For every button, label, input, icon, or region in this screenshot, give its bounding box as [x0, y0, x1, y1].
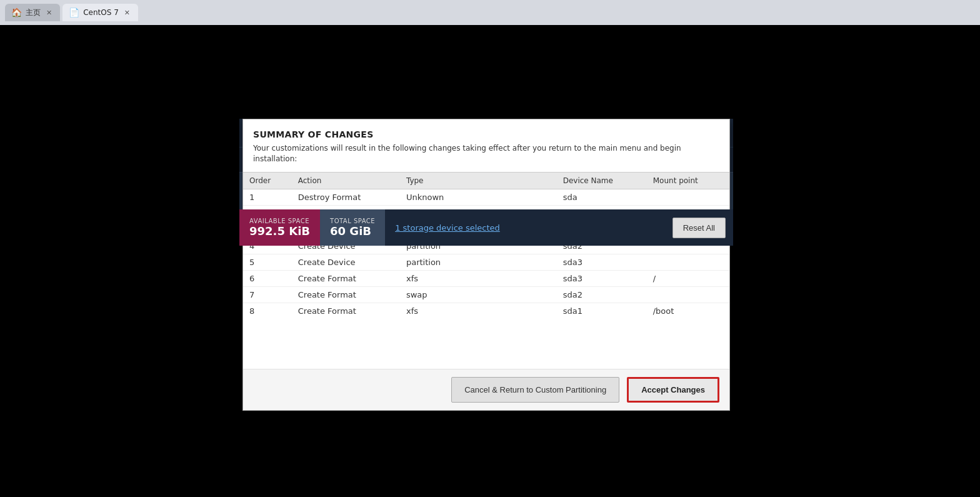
cell-action: Destroy Format [292, 189, 400, 205]
cell-device: sda3 [557, 254, 647, 270]
home-icon: 🏠 [11, 8, 22, 18]
main-area: MANUAL PARTITIONING ⌨ us CENTOS 7 INSTAL… [0, 25, 980, 497]
cell-action: Create Format [292, 303, 400, 319]
cell-order: 5 [243, 254, 292, 270]
cell-type: xfs [400, 303, 557, 319]
table-row: 5Create Devicepartitionsda3 [243, 254, 729, 270]
cell-order: 7 [243, 286, 292, 303]
cell-type: Unknown [400, 189, 557, 205]
total-space-block: TOTAL SPACE 60 GiB [320, 209, 385, 246]
col-type: Type [400, 172, 557, 189]
table-row: 8Create Formatxfssda1/boot [243, 303, 729, 319]
cell-order: 1 [243, 189, 292, 205]
cell-mount [647, 286, 729, 303]
cell-type: xfs [400, 270, 557, 286]
cell-mount: / [647, 270, 729, 286]
tab-centos-close[interactable]: ✕ [122, 8, 132, 18]
cell-device: sda [557, 189, 647, 205]
cell-order: 8 [243, 303, 292, 319]
accept-button[interactable]: Accept Changes [627, 377, 719, 403]
dialog-buttons: Cancel & Return to Custom Partitioning A… [243, 369, 729, 410]
cell-type: swap [400, 286, 557, 303]
dialog-title: SUMMARY OF CHANGES [243, 119, 729, 143]
tab-centos-label: CentOS 7 [83, 8, 119, 17]
total-space-value: 60 GiB [330, 224, 375, 238]
cell-action: Create Format [292, 286, 400, 303]
cell-type: partition [400, 254, 557, 270]
table-row: 7Create Formatswapsda2 [243, 286, 729, 303]
cell-device: sda2 [557, 286, 647, 303]
status-link-area: 1 storage device selected [385, 209, 665, 246]
dialog-description: Your customizations will result in the f… [243, 143, 729, 172]
available-space-value: 992.5 KiB [249, 224, 310, 238]
cell-mount [647, 254, 729, 270]
tab-home[interactable]: 🏠 主页 ✕ [5, 4, 60, 21]
cell-mount: /boot [647, 303, 729, 319]
dialog-spacer [243, 319, 729, 369]
cell-mount [647, 189, 729, 205]
cell-order: 6 [243, 270, 292, 286]
tab-home-close[interactable]: ✕ [44, 8, 54, 18]
col-order: Order [243, 172, 292, 189]
status-bar: AVAILABLE SPACE 992.5 KiB TOTAL SPACE 60… [239, 209, 733, 246]
col-device-name: Device Name [557, 172, 647, 189]
cancel-button[interactable]: Cancel & Return to Custom Partitioning [451, 377, 619, 403]
table-row: 6Create Formatxfssda3/ [243, 270, 729, 286]
summary-dialog: SUMMARY OF CHANGES Your customizations w… [242, 119, 730, 411]
total-space-label: TOTAL SPACE [330, 218, 375, 224]
centos-icon: 📄 [69, 8, 79, 18]
cell-action: Create Format [292, 270, 400, 286]
tab-centos[interactable]: 📄 CentOS 7 ✕ [62, 4, 138, 21]
cell-action: Create Device [292, 254, 400, 270]
cell-device: sda3 [557, 270, 647, 286]
col-action: Action [292, 172, 400, 189]
col-mount-point: Mount point [647, 172, 729, 189]
browser-chrome: 🏠 主页 ✕ 📄 CentOS 7 ✕ [0, 0, 980, 25]
tab-home-label: 主页 [26, 8, 41, 18]
installer-window: MANUAL PARTITIONING ⌨ us CENTOS 7 INSTAL… [239, 119, 733, 246]
reset-button[interactable]: Reset All [672, 218, 726, 238]
table-header-row: Order Action Type Device Name Mount poin… [243, 172, 729, 189]
cell-device: sda1 [557, 303, 647, 319]
available-space-label: AVAILABLE SPACE [249, 218, 310, 224]
table-row: 1Destroy FormatUnknownsda [243, 189, 729, 205]
available-space-block: AVAILABLE SPACE 992.5 KiB [239, 209, 320, 246]
storage-device-link[interactable]: 1 storage device selected [395, 223, 500, 233]
